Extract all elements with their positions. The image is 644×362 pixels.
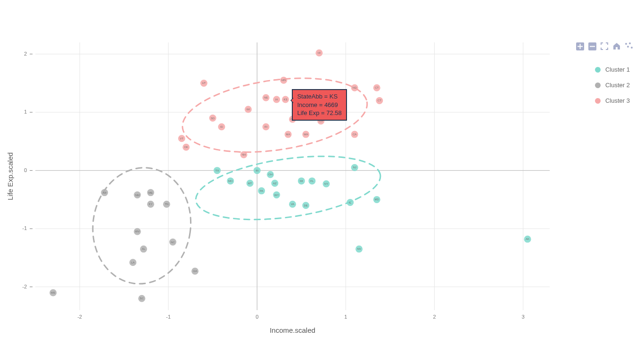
svg-point-97 [50,289,57,296]
data-point[interactable]: MA [285,131,292,138]
data-point[interactable]: NY [322,181,330,188]
svg-point-141 [240,151,248,158]
data-point[interactable]: MO [227,177,234,184]
data-point[interactable]: LA [129,259,136,266]
svg-point-81 [147,189,154,196]
svg-point-103 [280,77,287,84]
data-point[interactable]: RI [263,123,270,131]
svg-point-91 [140,246,147,253]
data-point[interactable]: ID [218,123,225,131]
svg-point-131 [285,131,292,138]
data-point[interactable]: CT [373,84,380,91]
tooltip-line-income: Income = 4669 [297,101,341,109]
data-point[interactable]: IL [347,199,354,206]
svg-point-49 [267,171,274,178]
svg-point-137 [178,135,185,142]
svg-point-39 [85,161,198,290]
data-point[interactable]: CA [351,131,358,138]
data-point[interactable]: TX [214,167,221,174]
data-point[interactable]: AK [524,236,531,243]
x-axis-label: Income.scaled [270,326,315,334]
data-point[interactable]: NM [134,191,141,198]
svg-point-45 [254,167,261,174]
svg-point-75 [524,236,531,243]
data-point[interactable]: NV [355,246,363,253]
svg-point-83 [147,201,154,208]
svg-point-93 [129,259,136,266]
data-point[interactable]: UT [200,80,207,87]
data-point[interactable]: AR [101,189,108,196]
data-point[interactable]: PA [258,187,265,194]
svg-point-107 [351,84,358,91]
svg-point-63 [289,201,296,208]
data-point[interactable]: MD [373,196,380,203]
svg-text:2: 2 [433,314,436,320]
data-point[interactable]: AL [140,246,147,253]
data-point[interactable]: NC [169,239,176,246]
data-point[interactable]: WI [245,106,252,113]
svg-point-79 [134,191,141,198]
data-point[interactable]: FL [308,177,315,184]
data-point[interactable]: VA [289,201,296,208]
svg-point-47 [247,180,254,187]
data-point[interactable]: IN [254,167,261,174]
svg-point-101 [315,49,322,57]
svg-text:1: 1 [344,314,347,320]
data-point[interactable]: SC [138,295,145,302]
data-point[interactable]: ND [351,84,358,91]
data-point[interactable]: MN [280,77,287,84]
svg-point-67 [347,199,354,206]
svg-point-105 [200,80,207,87]
svg-point-71 [373,196,380,203]
data-point[interactable]: NH [240,151,248,158]
data-point[interactable]: TN [163,201,170,208]
svg-point-89 [169,239,176,246]
data-point[interactable]: WV [134,228,141,235]
data-point[interactable]: DE [302,202,309,209]
data-point[interactable]: CT [376,97,383,104]
svg-point-121 [209,115,216,122]
data-point[interactable]: WA [302,131,309,138]
svg-point-95 [191,268,198,275]
data-point[interactable]: MT [247,180,254,187]
svg-point-61 [322,181,330,188]
svg-point-127 [263,123,270,131]
chart-stage: Cluster 1 Cluster 2 Cluster 3 -2-10123-2… [0,0,644,362]
svg-point-113 [273,96,280,103]
svg-point-38 [192,146,384,230]
data-point[interactable]: AZ [271,180,278,187]
tooltip-line-state: StateAbb = KS [297,92,341,101]
data-point[interactable]: MS [50,289,57,296]
svg-point-69 [351,164,358,171]
svg-text:0: 0 [256,314,258,320]
data-point[interactable]: VT [178,135,185,142]
svg-point-57 [298,177,305,184]
data-point[interactable]: OH [267,171,274,178]
svg-point-53 [258,187,265,194]
svg-text:3: 3 [522,314,525,320]
data-point[interactable]: KY [147,201,154,208]
svg-point-119 [245,106,252,113]
data-point[interactable]: OK [182,144,190,151]
data-point[interactable]: IA [273,96,280,103]
svg-point-139 [182,144,190,151]
data-point[interactable]: SD [209,115,216,122]
svg-point-135 [351,131,358,138]
svg-text:1: 1 [24,109,27,115]
data-point[interactable]: MI [298,177,305,184]
data-point[interactable]: NJ [351,164,358,171]
scatter-plot[interactable]: -2-10123-2-1012TXMOINMTOHAZPAWYMIFLNYVAD… [0,0,644,362]
svg-point-85 [163,201,170,208]
data-point[interactable]: WY [273,191,280,198]
svg-point-87 [134,228,141,235]
svg-point-77 [101,189,108,196]
y-axis-label: Life Exp.scaled [6,152,14,200]
svg-point-129 [218,123,225,131]
data-point[interactable]: GA [191,268,198,275]
data-point[interactable]: ME [147,189,154,196]
svg-text:2: 2 [24,51,27,57]
svg-point-117 [376,97,383,104]
data-point[interactable]: NE [263,94,270,101]
svg-point-41 [214,167,221,174]
data-point[interactable]: HI [315,49,322,57]
